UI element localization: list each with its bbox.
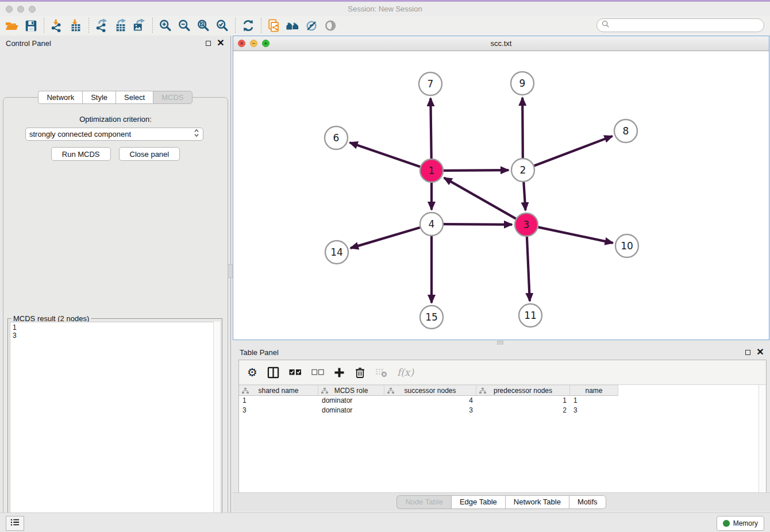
import-network-icon[interactable] — [49, 18, 64, 33]
edge-2-9[interactable] — [522, 98, 523, 158]
node-label-9: 9 — [519, 78, 526, 89]
search-input[interactable] — [612, 21, 764, 30]
cell[interactable]: dominator — [318, 396, 384, 406]
column-header-MCDS-role[interactable]: MCDS role — [318, 385, 384, 396]
control-panel-float-icon[interactable] — [204, 39, 212, 47]
cell[interactable]: 1 — [239, 396, 318, 406]
first-neighbors-icon[interactable] — [286, 18, 301, 33]
zoom-selected-icon[interactable] — [215, 18, 230, 33]
memory-button[interactable]: Memory — [717, 516, 764, 531]
edge-3-10[interactable] — [538, 227, 613, 242]
table-toolbar: ⚙f(x) — [239, 360, 766, 385]
show-column-pane-icon[interactable] — [267, 367, 279, 379]
export-image-icon[interactable] — [132, 18, 147, 33]
tab-style[interactable]: Style — [82, 91, 116, 104]
cell[interactable]: 1 — [476, 396, 570, 406]
optimization-criterion-label: Optimization criterion: — [3, 115, 228, 124]
zoom-out-icon[interactable] — [177, 18, 192, 33]
edge-1-7[interactable] — [430, 98, 431, 159]
cell[interactable]: 3 — [570, 406, 618, 415]
column-header-shared-name[interactable]: shared name — [239, 385, 318, 396]
cell[interactable]: 2 — [476, 406, 570, 415]
cell[interactable]: dominator — [318, 406, 384, 415]
edge-4-3[interactable] — [444, 224, 512, 225]
close-panel-button[interactable]: Close panel — [119, 147, 180, 161]
select-all-columns-icon[interactable] — [289, 369, 302, 376]
tab-node-table[interactable]: Node Table — [396, 495, 451, 509]
show-hide-eye-icon[interactable] — [324, 18, 338, 33]
selected-criterion: strongly connected component — [29, 130, 194, 138]
list-icon — [10, 518, 20, 529]
zoom-in-icon[interactable] — [158, 18, 173, 33]
app-title: Session: New Session — [0, 5, 770, 13]
memory-status-icon — [723, 520, 730, 527]
node-label-7: 7 — [428, 78, 434, 90]
open-file-icon[interactable] — [5, 18, 20, 33]
edge-1-2[interactable] — [444, 170, 509, 171]
table-panel: Table Panel ✕ ⚙f(x) shared nameMCDS role… — [233, 345, 770, 512]
refresh-layout-icon[interactable] — [241, 18, 256, 33]
column-settings-icon[interactable]: ⚙ — [247, 367, 257, 378]
table-panel-float-icon[interactable] — [744, 348, 752, 356]
add-column-icon[interactable] — [334, 367, 345, 378]
delete-column-icon[interactable] — [355, 367, 365, 379]
edge-4-14[interactable] — [351, 228, 420, 248]
zoom-fit-icon[interactable] — [196, 18, 211, 33]
cell[interactable]: 3 — [239, 406, 318, 415]
export-network-icon[interactable] — [94, 18, 109, 33]
search-icon — [602, 20, 610, 30]
edge-3-1[interactable] — [444, 178, 516, 218]
edge-1-6[interactable] — [350, 142, 420, 167]
cell[interactable]: 1 — [570, 396, 618, 406]
table-row-2[interactable]: 3dominator323 — [239, 406, 759, 415]
mcds-result-scrollbar[interactable] — [213, 322, 220, 532]
graphics-details-icon[interactable] — [305, 18, 319, 33]
unselect-all-columns-icon[interactable] — [311, 369, 324, 376]
table-panel-title: Table Panel — [240, 348, 739, 357]
horizontal-splitter[interactable] — [233, 340, 770, 345]
task-history-button[interactable] — [6, 516, 24, 531]
table-scrollbar[interactable] — [759, 385, 766, 492]
edge-2-8[interactable] — [534, 136, 613, 166]
network-window-titlebar[interactable]: ×−+ scc.txt — [233, 36, 769, 51]
node-label-3: 3 — [523, 219, 530, 230]
tab-network[interactable]: Network — [38, 91, 82, 104]
control-panel: Control Panel ✕ NetworkStyleSelectMCDS O… — [0, 36, 230, 512]
cell[interactable]: 3 — [384, 406, 476, 415]
optimization-criterion-select[interactable]: strongly connected component — [25, 128, 203, 141]
tab-network-table[interactable]: Network Table — [505, 495, 569, 509]
table-row-1[interactable]: 1dominator411 — [239, 396, 759, 406]
tab-motifs[interactable]: Motifs — [569, 495, 606, 509]
mcds-result-text[interactable]: 1 3 — [10, 322, 220, 532]
edge-2-3[interactable] — [523, 182, 525, 210]
control-panel-close-icon[interactable]: ✕ — [217, 39, 225, 47]
cell[interactable]: 4 — [384, 396, 476, 406]
node-label-8: 8 — [623, 125, 629, 137]
save-session-icon[interactable] — [24, 18, 38, 33]
control-panel-title: Control Panel — [6, 39, 199, 48]
network-window-title: scc.txt — [233, 39, 769, 48]
run-mcds-button[interactable]: Run MCDS — [51, 147, 111, 161]
table-tabs-band: Node TableEdge TableNetwork TableMotifs — [233, 492, 770, 511]
column-header-predecessor-nodes[interactable]: predecessor nodes — [476, 385, 570, 396]
network-view[interactable]: 1234678910111415 — [233, 51, 769, 340]
network-window: ×−+ scc.txt 1234678910111415 — [233, 36, 769, 340]
node-label-15: 15 — [425, 311, 438, 323]
table-panel-close-icon[interactable]: ✕ — [756, 348, 764, 356]
status-bar: Memory — [0, 512, 770, 532]
export-table-icon[interactable] — [113, 18, 128, 33]
tab-mcds[interactable]: MCDS — [153, 91, 192, 104]
function-builder-icon: f(x) — [397, 367, 414, 378]
import-table-icon[interactable] — [68, 18, 83, 33]
column-header-successor-nodes[interactable]: successor nodes — [384, 385, 476, 396]
clone-network-icon[interactable] — [267, 18, 282, 33]
node-label-6: 6 — [333, 132, 340, 144]
tab-edge-table[interactable]: Edge Table — [451, 495, 505, 509]
search-box[interactable] — [596, 18, 764, 32]
network-graph: 1234678910111415 — [233, 51, 769, 340]
column-header-name[interactable]: name — [570, 385, 618, 396]
node-table[interactable]: shared nameMCDS rolesuccessor nodesprede… — [239, 385, 759, 492]
tab-select[interactable]: Select — [116, 91, 153, 104]
edge-3-11[interactable] — [527, 237, 530, 301]
delete-table-icon — [375, 367, 387, 377]
